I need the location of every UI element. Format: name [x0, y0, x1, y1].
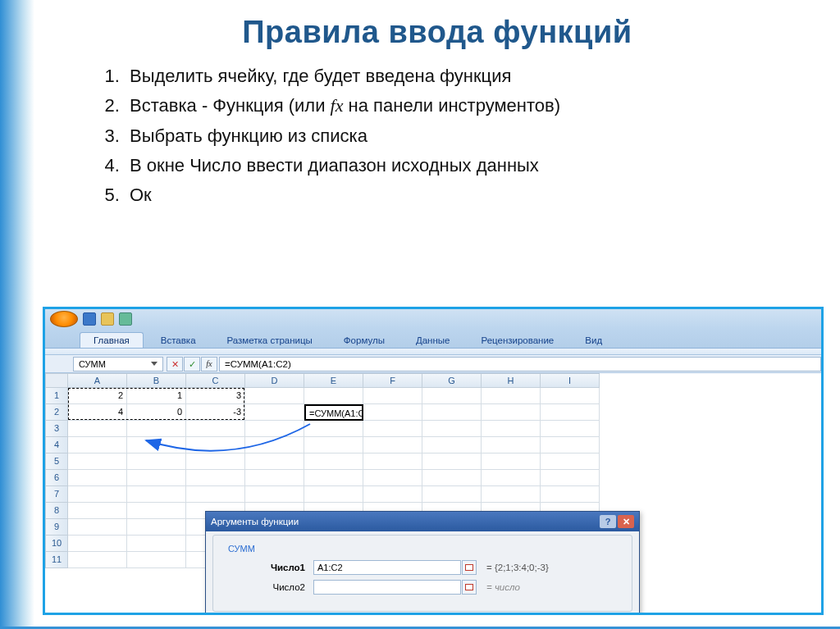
cell[interactable] — [186, 454, 245, 470]
row-header[interactable]: 2 — [45, 404, 68, 421]
cell[interactable]: 0 — [127, 404, 186, 421]
save-icon[interactable] — [83, 312, 96, 326]
select-all-corner[interactable] — [45, 373, 68, 388]
cell[interactable] — [186, 421, 245, 437]
cell[interactable]: 2 — [68, 388, 127, 404]
range-picker-button[interactable] — [462, 580, 477, 595]
cell[interactable] — [482, 437, 541, 454]
cell[interactable] — [422, 421, 482, 437]
cell[interactable] — [541, 486, 600, 503]
office-button[interactable] — [50, 311, 78, 327]
cell[interactable] — [68, 454, 127, 470]
cell[interactable] — [304, 388, 363, 404]
row-header[interactable]: 6 — [45, 470, 68, 486]
dialog-titlebar[interactable]: Аргументы функции ? ✕ — [206, 512, 639, 531]
cell[interactable] — [363, 437, 422, 454]
cell[interactable] — [541, 454, 600, 470]
cell[interactable] — [127, 421, 186, 437]
cell[interactable] — [363, 486, 422, 503]
cell[interactable] — [541, 404, 600, 421]
cell[interactable] — [541, 421, 600, 437]
cell[interactable] — [186, 437, 245, 454]
cell[interactable] — [245, 388, 304, 404]
cell[interactable] — [482, 486, 541, 503]
cell[interactable] — [68, 421, 127, 437]
cell[interactable] — [245, 470, 304, 486]
cell[interactable] — [68, 536, 127, 552]
row-header[interactable]: 9 — [45, 519, 68, 536]
cell[interactable] — [482, 470, 541, 486]
col-header[interactable]: I — [541, 373, 600, 388]
row-header[interactable]: 5 — [45, 454, 68, 470]
cell[interactable] — [68, 519, 127, 536]
tab-formulas[interactable]: Формулы — [330, 332, 399, 348]
insert-function-button[interactable]: fx — [201, 357, 217, 371]
cell[interactable] — [304, 421, 363, 437]
cell[interactable] — [422, 486, 482, 503]
cell[interactable] — [68, 503, 127, 519]
cell[interactable] — [482, 421, 541, 437]
col-header[interactable]: H — [482, 373, 541, 388]
col-header[interactable]: A — [68, 373, 127, 388]
worksheet-grid[interactable]: A B C D E F G H I 1234567891011 21340-3=… — [45, 373, 821, 615]
close-button[interactable]: ✕ — [618, 515, 634, 528]
tab-view[interactable]: Вид — [571, 332, 616, 348]
tab-insert[interactable]: Вставка — [147, 332, 210, 348]
cell[interactable] — [68, 486, 127, 503]
cell[interactable]: 1 — [127, 388, 186, 404]
undo-icon[interactable] — [101, 312, 114, 326]
name-box[interactable]: СУММ — [73, 357, 163, 371]
row-header[interactable]: 11 — [45, 552, 68, 568]
col-header[interactable]: G — [422, 373, 482, 388]
cell[interactable] — [245, 486, 304, 503]
cell[interactable] — [363, 421, 422, 437]
row-header[interactable]: 10 — [45, 536, 68, 552]
cell[interactable] — [127, 503, 186, 519]
range-picker-button[interactable] — [462, 560, 477, 575]
cell[interactable] — [422, 388, 482, 404]
cell[interactable] — [127, 437, 186, 454]
row-header[interactable]: 3 — [45, 421, 68, 437]
row-header[interactable]: 7 — [45, 486, 68, 503]
col-header[interactable]: B — [127, 373, 186, 388]
cell[interactable] — [363, 470, 422, 486]
cell[interactable] — [363, 454, 422, 470]
cancel-formula-button[interactable]: ✕ — [167, 357, 183, 371]
cell[interactable] — [363, 388, 422, 404]
cell[interactable] — [422, 454, 482, 470]
cell[interactable] — [68, 552, 127, 568]
cell[interactable]: 4 — [68, 404, 127, 421]
cell[interactable] — [304, 454, 363, 470]
row-header[interactable]: 8 — [45, 503, 68, 519]
redo-icon[interactable] — [119, 312, 132, 326]
cell[interactable] — [304, 470, 363, 486]
tab-data[interactable]: Данные — [402, 332, 464, 348]
chevron-down-icon[interactable] — [151, 362, 158, 366]
cell[interactable]: -3 — [186, 404, 245, 421]
help-button[interactable]: ? — [600, 515, 616, 528]
cell[interactable] — [186, 486, 245, 503]
cell[interactable] — [304, 486, 363, 503]
cell[interactable] — [68, 437, 127, 454]
cell[interactable] — [304, 437, 363, 454]
cell[interactable] — [482, 454, 541, 470]
cell[interactable] — [245, 454, 304, 470]
cell[interactable] — [127, 519, 186, 536]
cell[interactable] — [422, 437, 482, 454]
cell[interactable] — [127, 454, 186, 470]
col-header[interactable]: D — [245, 373, 304, 388]
function-arguments-dialog[interactable]: Аргументы функции ? ✕ СУММ Число1 = {2;1… — [205, 511, 640, 615]
cell[interactable] — [68, 470, 127, 486]
cell[interactable] — [127, 552, 186, 568]
cell[interactable] — [186, 470, 245, 486]
row-header[interactable]: 4 — [45, 437, 68, 454]
arg-input[interactable] — [313, 580, 461, 595]
tab-home[interactable]: Главная — [80, 332, 144, 348]
cell[interactable] — [127, 470, 186, 486]
cell[interactable] — [245, 421, 304, 437]
cell[interactable] — [541, 388, 600, 404]
tab-review[interactable]: Рецензирование — [467, 332, 568, 348]
cell[interactable] — [541, 470, 600, 486]
tab-page-layout[interactable]: Разметка страницы — [213, 332, 326, 348]
cell[interactable] — [245, 437, 304, 454]
